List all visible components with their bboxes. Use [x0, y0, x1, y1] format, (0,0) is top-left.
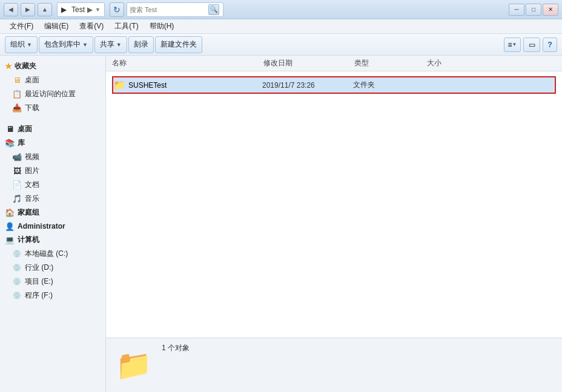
content-pane: 名称 修改日期 类型 大小 📁 SUSHETest 2019/11/7 23:2…	[106, 56, 562, 392]
downloads-icon: 📥	[12, 103, 22, 113]
col-header-size[interactable]: 大小	[427, 58, 488, 68]
sidebar-item-recent[interactable]: 📋 最近访问的位置	[0, 87, 105, 101]
burn-button[interactable]: 刻录	[128, 36, 154, 53]
col-header-type[interactable]: 类型	[354, 58, 427, 68]
documents-icon: 📄	[12, 180, 22, 190]
include-library-button[interactable]: 包含到库中 ▼	[39, 36, 93, 53]
sidebar-item-videos[interactable]: 📹 视频	[0, 150, 105, 164]
disk-f-icon: 💿	[12, 291, 22, 301]
status-folder-icon: 📁	[116, 351, 152, 380]
sidebar-item-admin[interactable]: 👤 Administrator	[0, 220, 105, 233]
column-headers: 名称 修改日期 类型 大小	[106, 56, 562, 71]
sidebar-music-label: 音乐	[25, 194, 39, 204]
sidebar-videos-label: 视频	[25, 152, 39, 162]
new-folder-button[interactable]: 新建文件夹	[155, 36, 202, 53]
close-button[interactable]: ✕	[543, 4, 558, 16]
toolbar-right: ≡ ▼ ▭ ?	[504, 38, 557, 52]
menu-view[interactable]: 查看(V)	[74, 20, 108, 33]
sidebar-item-homegroup[interactable]: 🏠 家庭组	[0, 206, 105, 220]
breadcrumb-root-icon: ▶	[61, 5, 67, 14]
sidebar-item-local-c[interactable]: 💿 本地磁盘 (C:)	[0, 247, 105, 261]
sidebar-item-library[interactable]: 📚 库	[0, 136, 105, 150]
sidebar-favorites-label: 收藏夹	[15, 61, 36, 71]
disk-e-icon: 💿	[12, 277, 22, 287]
breadcrumb-dropdown-arrow[interactable]: ▼	[95, 7, 101, 13]
breadcrumb-path: Test	[71, 5, 85, 14]
sidebar-item-music[interactable]: 🎵 音乐	[0, 192, 105, 206]
share-button[interactable]: 共享 ▼	[94, 36, 127, 53]
back-button[interactable]: ◀	[4, 3, 18, 16]
sidebar-item-documents[interactable]: 📄 文档	[0, 178, 105, 192]
file-item-date: 2019/11/7 23:26	[262, 81, 353, 90]
table-row[interactable]: 📁 SUSHETest 2019/11/7 23:26 文件夹	[112, 76, 556, 94]
col-header-name[interactable]: 名称	[112, 58, 263, 68]
sidebar-admin-label: Administrator	[18, 222, 65, 230]
sidebar-item-desktop[interactable]: 🖥 桌面	[0, 73, 105, 87]
disk-c-icon: 💿	[12, 249, 22, 259]
sidebar-item-desktop2[interactable]: 🖥 桌面	[0, 122, 105, 136]
disk-d-icon: 💿	[12, 263, 22, 273]
include-label: 包含到库中	[44, 39, 81, 50]
music-icon: 🎵	[12, 194, 22, 204]
menu-file[interactable]: 文件(F)	[5, 20, 38, 33]
file-item-type: 文件夹	[353, 80, 426, 90]
file-item-name: 📁 SUSHETest	[113, 79, 262, 91]
sidebar-pictures-label: 图片	[25, 166, 39, 176]
help-button[interactable]: ?	[543, 38, 557, 52]
sidebar-recent-label: 最近访问的位置	[25, 89, 76, 99]
sidebar-documents-label: 文档	[25, 180, 39, 190]
col-header-date[interactable]: 修改日期	[263, 58, 354, 68]
sidebar-drive-f-label: 程序 (F:)	[25, 290, 53, 301]
minimize-button[interactable]: ─	[509, 4, 524, 16]
sidebar-item-computer[interactable]: 💻 计算机	[0, 233, 105, 247]
search-box: 🔍	[127, 2, 223, 17]
breadcrumb[interactable]: ▶ Test ▶ ▼	[57, 2, 105, 17]
organize-arrow-icon: ▼	[27, 42, 32, 48]
menu-bar: 文件(F) 编辑(E) 查看(V) 工具(T) 帮助(H)	[0, 19, 562, 34]
recent-icon: 📋	[12, 90, 22, 99]
sidebar-computer-label: 计算机	[18, 235, 39, 245]
library-icon: 📚	[5, 139, 15, 148]
sidebar-item-drive-d[interactable]: 💿 行业 (D:)	[0, 261, 105, 275]
sidebar-homegroup-label: 家庭组	[18, 207, 39, 218]
pictures-icon: 🖼	[12, 166, 22, 176]
homegroup-icon: 🏠	[5, 208, 15, 218]
sidebar-item-pictures[interactable]: 🖼 图片	[0, 164, 105, 178]
share-label: 共享	[100, 39, 114, 50]
folder-icon: 📁	[113, 79, 125, 91]
view-toggle-button[interactable]: ≡ ▼	[504, 38, 521, 52]
window-controls: ─ □ ✕	[509, 4, 558, 16]
search-button[interactable]: 🔍	[208, 4, 219, 15]
sidebar-desktop2-label: 桌面	[18, 124, 32, 134]
sidebar-downloads-label: 下载	[25, 103, 39, 113]
menu-tools[interactable]: 工具(T)	[110, 20, 143, 33]
organize-button[interactable]: 组织 ▼	[5, 36, 38, 53]
sidebar-item-drive-f[interactable]: 💿 程序 (F:)	[0, 289, 105, 302]
file-name-text: SUSHETest	[128, 81, 167, 90]
sidebar-favorites-section: ★ 收藏夹 🖥 桌面 📋 最近访问的位置 📥 下载	[0, 59, 105, 115]
menu-edit[interactable]: 编辑(E)	[39, 20, 73, 33]
main-area: ★ 收藏夹 🖥 桌面 📋 最近访问的位置 📥 下载 🖥 桌面 📚	[0, 56, 562, 392]
toolbar: 组织 ▼ 包含到库中 ▼ 共享 ▼ 刻录 新建文件夹 ≡ ▼ ▭ ?	[0, 34, 562, 56]
sidebar-drive-e-label: 项目 (E:)	[25, 276, 53, 287]
sidebar-desktop-label: 桌面	[25, 75, 39, 85]
sidebar-item-downloads[interactable]: 📥 下载	[0, 101, 105, 115]
sidebar-favorites-header[interactable]: ★ 收藏夹	[0, 59, 105, 73]
search-input[interactable]	[130, 6, 208, 13]
share-arrow-icon: ▼	[116, 42, 122, 48]
sidebar-item-drive-e[interactable]: 💿 项目 (E:)	[0, 275, 105, 289]
view-arrow-icon: ▼	[512, 42, 517, 47]
menu-help[interactable]: 帮助(H)	[145, 20, 179, 33]
preview-pane-button[interactable]: ▭	[523, 38, 540, 52]
star-icon: ★	[5, 62, 12, 71]
status-text: 1 个对象	[162, 338, 190, 353]
up-button[interactable]: ▲	[38, 3, 52, 16]
title-bar-left: ◀ ▶ ▲ ▶ Test ▶ ▼ ↻ 🔍	[4, 2, 223, 17]
maximize-button[interactable]: □	[526, 4, 541, 16]
refresh-button[interactable]: ↻	[110, 2, 124, 17]
title-bar: ◀ ▶ ▲ ▶ Test ▶ ▼ ↻ 🔍 ─ □ ✕	[0, 0, 562, 19]
admin-icon: 👤	[5, 221, 15, 231]
videos-icon: 📹	[12, 152, 22, 162]
forward-button[interactable]: ▶	[21, 3, 35, 16]
desktop-icon: 🖥	[12, 76, 22, 85]
